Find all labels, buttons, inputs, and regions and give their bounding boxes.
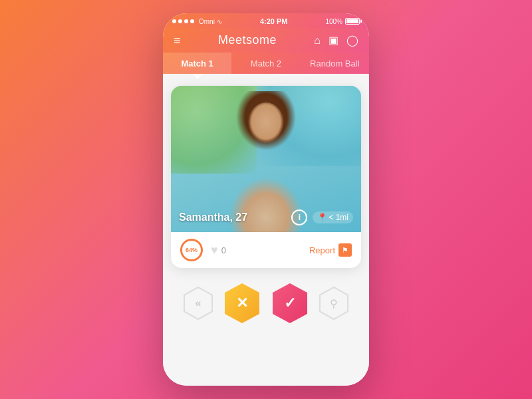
distance-text: < 1mi [329,213,348,222]
hamburger-icon[interactable]: ≡ [174,35,181,47]
report-label: Report [309,245,335,255]
tabs-bar: Match 1 Match 2 Random Ball [163,53,369,74]
nav-bar: ≡ Meetsome ⌂ ▣ ◯ [163,28,369,53]
like-icon: ✓ [284,295,296,312]
status-left: Omni ∿ [172,18,222,25]
profile-card: Samantha, 27 i 📍 < 1mi 64% [171,86,361,268]
tab-random[interactable]: Random Ball [301,53,369,74]
bell-icon[interactable]: ◯ [346,34,358,47]
heart-number: 0 [221,245,226,255]
person-face [248,102,285,146]
wifi-icon: ∿ [217,18,222,25]
nav-icons: ⌂ ▣ ◯ [314,34,358,47]
pin-icon: 📍 [317,213,327,222]
dislike-button[interactable]: ✕ [223,281,261,325]
battery-bar [345,18,360,25]
status-right: 100% [325,18,360,25]
action-buttons: « ✕ [183,281,349,325]
back-icon: « [196,297,201,309]
signal-dot-4 [190,19,194,23]
match-percent-circle: 64% [180,239,203,261]
phone-frame: Omni ∿ 4:20 PM 100% ≡ Meetsome ⌂ ▣ ◯ Mat… [163,13,369,386]
app-title: Meetsome [218,33,277,47]
card-stats: 64% ♥ 0 Report ⚑ [171,232,361,268]
main-content: Samantha, 27 i 📍 < 1mi 64% [163,74,369,386]
signal-dot-1 [172,19,176,23]
person-name: Samantha, 27 [179,211,247,223]
heart-count: ♥ 0 [211,243,226,257]
battery-percent: 100% [325,18,342,25]
card-info-overlay: Samantha, 27 i 📍 < 1mi [179,209,353,225]
battery-fill [346,19,358,23]
back-button[interactable]: « [183,286,213,321]
location-button[interactable]: ⚲ [319,286,349,321]
status-time: 4:20 PM [260,17,288,25]
location-badge: 📍 < 1mi [313,211,353,223]
report-button[interactable]: Report ⚑ [309,243,352,257]
info-button[interactable]: i [291,209,307,225]
flag-icon: ⚑ [338,243,352,257]
signal-dot-3 [184,19,188,23]
carrier-text: Omni [199,18,215,25]
dislike-icon: ✕ [236,295,248,312]
signal-dot-2 [178,19,182,23]
status-bar: Omni ∿ 4:20 PM 100% [163,13,369,28]
card-overlay-icons: i 📍 < 1mi [291,209,353,225]
tab-match2[interactable]: Match 2 [231,53,300,74]
heart-icon: ♥ [211,243,218,257]
home-icon[interactable]: ⌂ [314,35,321,47]
location-icon: ⚲ [330,297,338,310]
tab-match1[interactable]: Match 1 [163,53,231,74]
message-icon[interactable]: ▣ [329,34,338,47]
card-image: Samantha, 27 i 📍 < 1mi [171,86,361,232]
like-button[interactable]: ✓ [271,281,309,325]
